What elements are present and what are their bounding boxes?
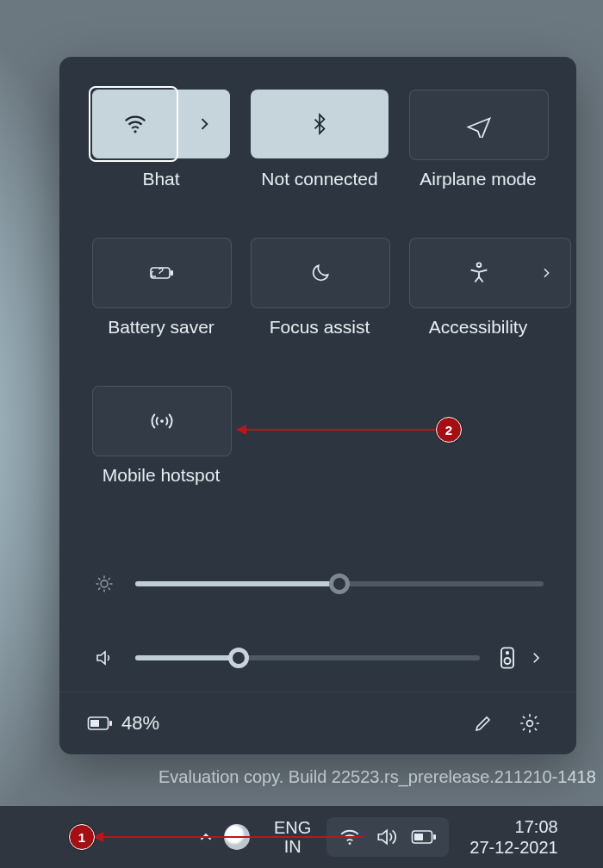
airplane-label: Airplane mode: [409, 169, 547, 189]
accessibility-tile[interactable]: [409, 238, 571, 308]
svg-rect-11: [90, 720, 99, 727]
svg-point-13: [349, 842, 351, 845]
wifi-toggle[interactable]: [92, 90, 178, 158]
brightness-row: [92, 574, 544, 594]
annotation-badge-2: 2: [436, 417, 462, 443]
brightness-fill: [135, 581, 339, 586]
clock-time: 17:08: [515, 816, 558, 837]
wifi-label: Bhat: [92, 169, 230, 189]
volume-expand[interactable]: [528, 650, 544, 666]
clock-date: 27-12-2021: [469, 837, 557, 858]
audio-output-button[interactable]: [499, 646, 516, 670]
chevron-right-icon: [528, 650, 544, 666]
chevron-right-icon: [196, 115, 213, 133]
volume-icon: [92, 648, 116, 668]
taskbar-clock[interactable]: 17:08 27-12-2021: [469, 816, 566, 858]
wifi-tile[interactable]: [92, 90, 230, 158]
battery-saver-tile[interactable]: [92, 238, 232, 308]
svg-point-4: [160, 419, 164, 423]
annotation-badge-1: 1: [69, 824, 95, 850]
airplane-icon: [466, 112, 492, 138]
focus-assist-tile-wrap: Focus assist: [251, 238, 389, 308]
quick-tiles-grid: Bhat Not connected Airplane mode: [92, 90, 544, 456]
hotspot-tile[interactable]: [92, 386, 232, 456]
svg-point-8: [505, 658, 511, 664]
svg-rect-10: [109, 721, 112, 726]
bluetooth-tile[interactable]: [251, 90, 389, 158]
battery-icon: [411, 828, 437, 846]
tile-row: Bhat Not connected Airplane mode: [92, 90, 544, 160]
volume-slider[interactable]: [135, 655, 480, 660]
volume-fill: [135, 655, 239, 660]
battery-icon: [87, 715, 113, 732]
svg-point-0: [134, 130, 136, 133]
volume-extra: [499, 646, 544, 670]
edit-quick-settings-button[interactable]: [464, 704, 502, 742]
bluetooth-icon: [308, 113, 331, 135]
battery-saver-label: Battery saver: [92, 317, 230, 338]
tile-row: Mobile hotspot: [92, 386, 544, 456]
svg-rect-15: [433, 834, 436, 840]
windows-watermark: Evaluation copy. Build 22523.rs_prerelea…: [159, 767, 603, 787]
chevron-right-icon: [539, 266, 553, 280]
bluetooth-label: Not connected: [251, 169, 389, 189]
panel-footer: 48%: [59, 691, 576, 754]
battery-saver-icon: [147, 260, 177, 286]
accessibility-icon: [467, 261, 491, 285]
lang-top: ENG: [274, 818, 311, 837]
airplane-tile-wrap: Airplane mode: [409, 90, 547, 160]
accessibility-expand[interactable]: [539, 266, 553, 280]
wifi-tile-wrap: Bhat: [92, 90, 230, 160]
battery-status[interactable]: 48%: [87, 712, 159, 735]
svg-point-5: [101, 580, 108, 587]
focus-assist-tile[interactable]: [251, 238, 390, 308]
wifi-expand[interactable]: [178, 90, 230, 158]
pencil-icon: [473, 713, 494, 734]
hotspot-label: Mobile hotspot: [92, 465, 230, 486]
settings-button[interactable]: [511, 704, 549, 742]
speaker-select-icon: [499, 646, 516, 670]
brightness-slider[interactable]: [135, 581, 544, 586]
quick-settings-panel: Bhat Not connected Airplane mode: [59, 57, 576, 754]
bluetooth-tile-wrap: Not connected: [251, 90, 389, 160]
svg-point-3: [477, 263, 482, 267]
accessibility-tile-wrap: Accessibility: [409, 238, 547, 308]
brightness-thumb[interactable]: [329, 574, 350, 594]
hotspot-tile-wrap: Mobile hotspot: [92, 386, 230, 456]
annotation-arrow-2: [239, 429, 436, 431]
gear-icon: [519, 712, 541, 735]
accessibility-label: Accessibility: [409, 317, 547, 338]
wifi-icon: [122, 111, 148, 137]
annotation-arrow-1: [96, 836, 364, 838]
tile-row: Battery saver Focus assist Accessibil: [92, 238, 544, 308]
volume-row: [92, 646, 544, 670]
lang-bottom: IN: [284, 837, 302, 856]
svg-rect-16: [414, 834, 423, 840]
hotspot-icon: [148, 409, 176, 433]
battery-saver-tile-wrap: Battery saver: [92, 238, 230, 308]
brightness-icon: [92, 574, 116, 594]
battery-percent: 48%: [121, 712, 159, 735]
volume-icon: [375, 826, 397, 848]
svg-rect-2: [171, 270, 173, 276]
svg-point-7: [507, 652, 508, 654]
moon-icon: [309, 262, 332, 284]
volume-thumb[interactable]: [228, 648, 249, 668]
focus-assist-label: Focus assist: [251, 317, 389, 338]
svg-point-12: [527, 721, 533, 727]
airplane-tile[interactable]: [409, 90, 549, 160]
